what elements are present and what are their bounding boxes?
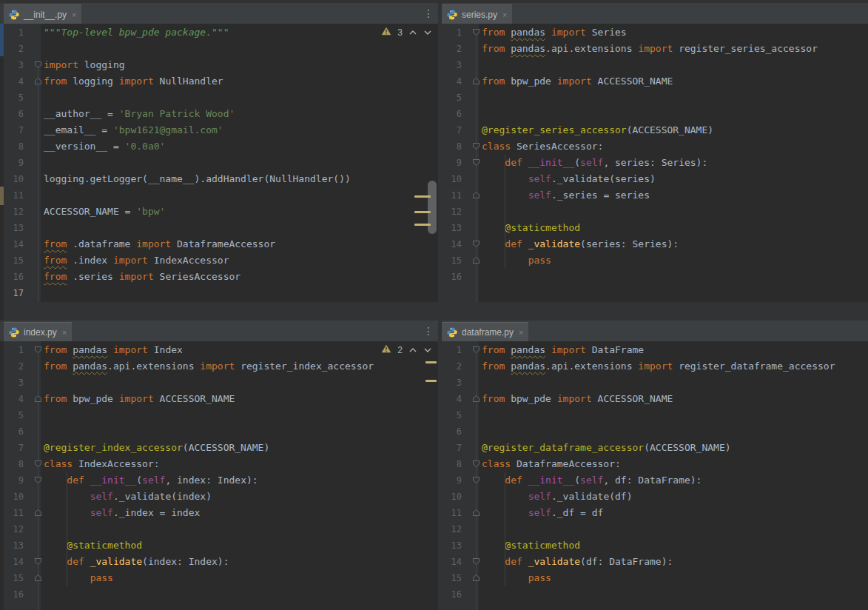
code-line[interactable]: __version__ = '0.0a0'	[44, 138, 438, 155]
line-number[interactable]: 16	[442, 586, 462, 603]
code-line[interactable]: self._validate(df)	[482, 489, 868, 505]
code-line[interactable]: @staticmethod	[482, 220, 868, 236]
line-number[interactable]: 6	[4, 423, 24, 440]
line-number[interactable]: 10	[4, 171, 24, 187]
code-line[interactable]	[44, 187, 438, 204]
fold-end-icon[interactable]	[35, 78, 41, 84]
code-line[interactable]	[44, 586, 438, 603]
line-number[interactable]: 9	[442, 155, 462, 171]
fold-collapse-icon[interactable]	[473, 460, 480, 467]
code-line[interactable]: __author__ = 'Bryan Patrick Wood'	[44, 106, 438, 122]
line-number[interactable]: 4	[442, 73, 462, 90]
line-number[interactable]: 10	[442, 171, 462, 187]
code-line[interactable]: class SeriesAccessor:	[482, 138, 868, 155]
code-area[interactable]: """Top-level bpw_pde package."""import l…	[44, 24, 438, 302]
code-line[interactable]: pass	[482, 570, 868, 586]
previous-warning-icon[interactable]	[408, 30, 417, 36]
fold-collapse-icon[interactable]	[473, 241, 480, 247]
code-line[interactable]	[482, 204, 868, 220]
line-number[interactable]: 9	[442, 472, 462, 489]
line-number[interactable]: 13	[4, 537, 24, 554]
tab-series[interactable]: series.py×	[442, 4, 512, 24]
code-line[interactable]: from bpw_pde import ACCESSOR_NAME	[44, 391, 438, 407]
code-line[interactable]: logging.getLogger(__name__).addHandler(N…	[44, 171, 438, 187]
code-editor-index[interactable]: 12345678910111213141516from pandas impor…	[4, 341, 438, 610]
fold-end-icon[interactable]	[473, 257, 480, 264]
line-number[interactable]: 8	[4, 456, 24, 472]
line-number[interactable]: 15	[442, 252, 462, 269]
line-number[interactable]: 11	[4, 187, 24, 204]
code-line[interactable]: def __init__(self, df: DataFrame):	[482, 472, 868, 489]
line-number[interactable]: 4	[4, 391, 24, 407]
line-number[interactable]: 8	[4, 138, 24, 155]
code-editor-dataframe[interactable]: 12345678910111213141516from pandas impor…	[442, 341, 868, 610]
fold-end-icon[interactable]	[473, 192, 480, 198]
fold-end-icon[interactable]	[35, 395, 41, 402]
code-line[interactable]	[482, 106, 868, 122]
code-line[interactable]: self._df = df	[482, 505, 868, 521]
fold-end-icon[interactable]	[473, 78, 480, 84]
line-number[interactable]: 15	[442, 570, 462, 586]
line-number[interactable]: 4	[442, 391, 462, 407]
code-line[interactable]: pass	[44, 570, 438, 586]
fold-collapse-icon[interactable]	[35, 61, 41, 68]
line-number[interactable]: 2	[4, 358, 24, 375]
code-line[interactable]: ACCESSOR_NAME = 'bpw'	[44, 204, 438, 220]
code-line[interactable]: """Top-level bpw_pde package."""	[44, 24, 438, 41]
fold-collapse-icon[interactable]	[473, 29, 480, 36]
fold-collapse-icon[interactable]	[35, 558, 41, 565]
code-line[interactable]	[44, 285, 438, 301]
fold-collapse-icon[interactable]	[473, 159, 480, 166]
line-number[interactable]: 13	[442, 220, 462, 236]
line-number[interactable]: 17	[4, 285, 24, 301]
code-area[interactable]: from pandas import Seriesfrom pandas.api…	[482, 24, 868, 302]
line-number[interactable]: 3	[4, 57, 24, 73]
line-number[interactable]: 12	[4, 521, 24, 537]
fold-collapse-icon[interactable]	[35, 477, 41, 483]
code-line[interactable]	[44, 220, 438, 236]
code-editor-init[interactable]: 1234567891011121314151617"""Top-level bp…	[4, 24, 438, 302]
code-line[interactable]	[44, 155, 438, 171]
line-number[interactable]: 12	[442, 204, 462, 220]
code-line[interactable]: def _validate(df: DataFrame):	[482, 554, 868, 570]
line-number[interactable]: 11	[442, 187, 462, 204]
code-line[interactable]: __email__ = 'bpw1621@gmail.com'	[44, 122, 438, 138]
fold-collapse-icon[interactable]	[473, 558, 480, 565]
line-number[interactable]: 13	[442, 537, 462, 554]
line-number[interactable]: 11	[4, 505, 24, 521]
code-line[interactable]: self._validate(series)	[482, 171, 868, 187]
fold-collapse-icon[interactable]	[35, 460, 41, 467]
code-line[interactable]	[482, 521, 868, 537]
inspections-widget[interactable]: 3	[381, 27, 432, 38]
editor-options-icon[interactable]: ⋮	[423, 324, 434, 338]
fold-end-icon[interactable]	[35, 509, 41, 516]
tab-dataframe[interactable]: dataframe.py×	[442, 322, 528, 341]
code-line[interactable]: @register_index_accessor(ACCESSOR_NAME)	[44, 440, 438, 456]
code-line[interactable]: from .index import IndexAccessor	[44, 252, 438, 269]
horizontal-splitter[interactable]	[0, 302, 868, 321]
code-line[interactable]: self._validate(index)	[44, 489, 438, 505]
tab-close-icon[interactable]: ×	[70, 10, 76, 19]
line-number[interactable]: 7	[4, 440, 24, 456]
line-number[interactable]: 2	[442, 358, 462, 375]
line-number[interactable]: 3	[442, 57, 462, 73]
code-line[interactable]	[482, 586, 868, 603]
line-number[interactable]: 14	[4, 236, 24, 252]
line-number[interactable]: 7	[442, 440, 462, 456]
code-line[interactable]: from .dataframe import DataframeAccessor	[44, 236, 438, 252]
line-number[interactable]: 1	[4, 24, 24, 41]
line-number[interactable]: 14	[4, 554, 24, 570]
fold-collapse-icon[interactable]	[473, 477, 480, 483]
code-line[interactable]: pass	[482, 252, 868, 269]
fold-collapse-icon[interactable]	[35, 346, 41, 353]
line-number[interactable]: 14	[442, 236, 462, 252]
fold-collapse-icon[interactable]	[473, 143, 480, 150]
line-number[interactable]: 11	[442, 505, 462, 521]
code-line[interactable]: from pandas import Series	[482, 24, 868, 41]
line-number[interactable]: 14	[442, 554, 462, 570]
code-line[interactable]	[44, 407, 438, 423]
code-line[interactable]	[44, 90, 438, 106]
code-line[interactable]: from pandas import DataFrame	[482, 342, 868, 358]
code-editor-series[interactable]: 12345678910111213141516from pandas impor…	[442, 24, 868, 302]
line-number[interactable]: 12	[442, 521, 462, 537]
